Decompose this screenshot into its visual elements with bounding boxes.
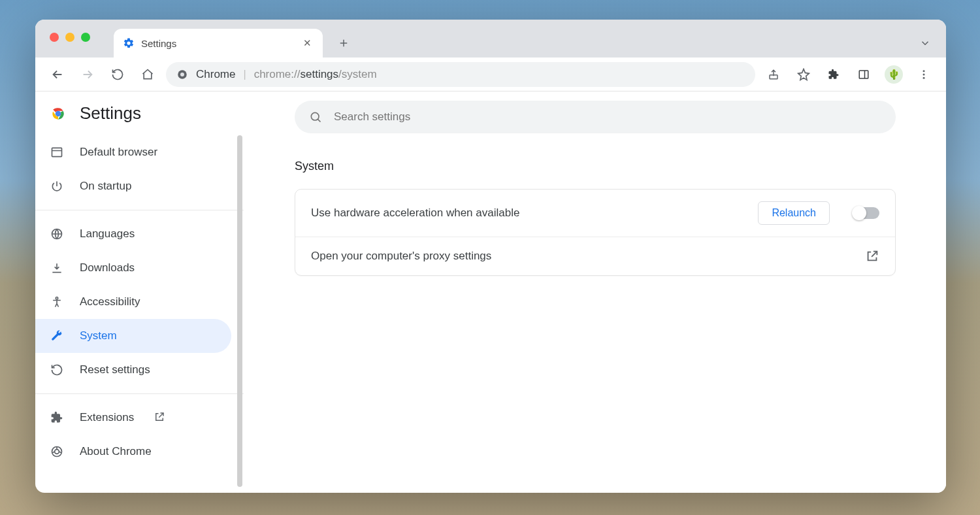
sidebar-scroll: Default browser On startup Languages bbox=[35, 135, 244, 487]
toolbar: Chrome | chrome://settings/system 🌵 bbox=[35, 58, 946, 91]
settings-sidebar: Settings Default browser On startup bbox=[35, 91, 244, 493]
sidebar-item-languages[interactable]: Languages bbox=[35, 217, 244, 251]
relaunch-button[interactable]: Relaunch bbox=[758, 201, 830, 225]
sidebar-divider bbox=[35, 210, 244, 210]
search-input[interactable] bbox=[334, 110, 881, 124]
tabstrip: Settings ✕ bbox=[114, 20, 357, 58]
nav-label: Default browser bbox=[80, 146, 157, 159]
omnibox-app-name: Chrome bbox=[196, 68, 235, 81]
reload-button[interactable] bbox=[106, 63, 129, 86]
sidebar-item-default-browser[interactable]: Default browser bbox=[35, 135, 244, 169]
page-title: Settings bbox=[80, 103, 141, 124]
svg-point-16 bbox=[311, 112, 319, 120]
sidebar-scrollbar[interactable] bbox=[237, 135, 242, 487]
content-area: Settings Default browser On startup bbox=[35, 91, 946, 493]
svg-point-1 bbox=[180, 73, 184, 76]
extensions-icon[interactable] bbox=[822, 63, 845, 86]
sidebar-item-accessibility[interactable]: Accessibility bbox=[35, 285, 244, 319]
site-info-icon[interactable] bbox=[176, 69, 188, 80]
sidebar-divider bbox=[35, 393, 244, 394]
svg-point-6 bbox=[923, 73, 925, 75]
settings-main: System Use hardware acceleration when av… bbox=[244, 91, 946, 493]
window-controls bbox=[50, 33, 90, 42]
sidebar-item-reset-settings[interactable]: Reset settings bbox=[35, 353, 244, 387]
puzzle-icon bbox=[50, 410, 64, 425]
nav-label: Reset settings bbox=[80, 363, 150, 376]
chrome-logo-icon bbox=[50, 105, 67, 122]
new-tab-button[interactable] bbox=[331, 30, 357, 56]
tab-title: Settings bbox=[141, 38, 294, 49]
power-icon bbox=[50, 179, 64, 193]
nav-label: Accessibility bbox=[80, 295, 140, 308]
sidebar-item-system[interactable]: System bbox=[35, 319, 231, 353]
bookmark-icon[interactable] bbox=[792, 63, 815, 86]
home-button[interactable] bbox=[136, 63, 159, 86]
tab-settings[interactable]: Settings ✕ bbox=[114, 29, 323, 58]
browser-window: Settings ✕ Chrome | bbox=[35, 20, 946, 493]
minimize-window-button[interactable] bbox=[65, 33, 74, 42]
row-label: Open your computer's proxy settings bbox=[311, 250, 855, 263]
open-external-icon bbox=[865, 249, 879, 263]
maximize-window-button[interactable] bbox=[81, 33, 90, 42]
back-button[interactable] bbox=[46, 63, 69, 86]
svg-point-9 bbox=[56, 111, 61, 116]
titlebar: Settings ✕ bbox=[35, 20, 946, 58]
chrome-icon bbox=[50, 444, 64, 459]
close-window-button[interactable] bbox=[50, 33, 59, 42]
gear-icon bbox=[123, 37, 135, 49]
search-icon bbox=[309, 110, 322, 124]
svg-point-7 bbox=[923, 76, 925, 78]
browser-icon bbox=[50, 145, 64, 159]
nav-label: Downloads bbox=[80, 261, 135, 274]
address-bar[interactable]: Chrome | chrome://settings/system bbox=[166, 62, 755, 87]
row-proxy-settings[interactable]: Open your computer's proxy settings bbox=[295, 237, 895, 275]
omnibox-url: chrome://settings/system bbox=[254, 68, 377, 81]
row-label: Use hardware acceleration when available bbox=[311, 207, 747, 220]
tabs-dropdown-icon[interactable] bbox=[913, 31, 937, 55]
settings-card: Use hardware acceleration when available… bbox=[295, 189, 896, 276]
nav-label: Languages bbox=[80, 227, 135, 241]
settings-search[interactable] bbox=[295, 101, 896, 133]
globe-icon bbox=[50, 227, 64, 241]
close-tab-icon[interactable]: ✕ bbox=[301, 37, 314, 49]
svg-point-15 bbox=[55, 450, 59, 454]
download-icon bbox=[50, 261, 64, 275]
side-panel-icon[interactable] bbox=[852, 63, 875, 86]
svg-rect-10 bbox=[52, 148, 62, 156]
sidebar-item-downloads[interactable]: Downloads bbox=[35, 251, 244, 285]
sidebar-item-on-startup[interactable]: On startup bbox=[35, 169, 244, 203]
forward-button[interactable] bbox=[76, 63, 99, 86]
wrench-icon bbox=[50, 329, 64, 343]
sidebar-item-about-chrome[interactable]: About Chrome bbox=[35, 435, 244, 469]
share-icon[interactable] bbox=[762, 63, 785, 86]
nav-label: On startup bbox=[80, 180, 131, 193]
open-external-icon bbox=[154, 411, 167, 424]
menu-icon[interactable] bbox=[912, 63, 936, 86]
section-title: System bbox=[295, 159, 896, 173]
svg-point-5 bbox=[923, 70, 925, 72]
nav-label: System bbox=[80, 329, 117, 342]
svg-point-13 bbox=[56, 297, 57, 299]
settings-brand: Settings bbox=[35, 98, 244, 135]
omnibox-separator: | bbox=[243, 69, 246, 80]
accessibility-icon bbox=[50, 295, 64, 309]
svg-rect-3 bbox=[859, 71, 868, 78]
nav-label: About Chrome bbox=[80, 445, 152, 458]
sidebar-item-extensions[interactable]: Extensions bbox=[35, 401, 244, 435]
hardware-acceleration-toggle[interactable] bbox=[853, 207, 879, 219]
profile-avatar[interactable]: 🌵 bbox=[882, 63, 906, 86]
nav-label: Extensions bbox=[80, 411, 134, 424]
row-hardware-acceleration: Use hardware acceleration when available… bbox=[295, 190, 895, 237]
reset-icon bbox=[50, 363, 64, 377]
